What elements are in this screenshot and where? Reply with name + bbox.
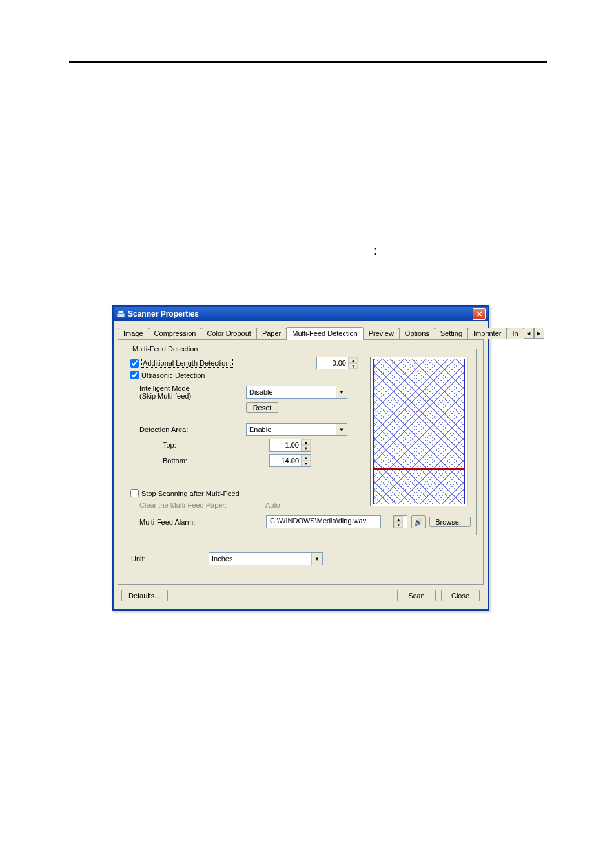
ultrasonic-checkbox-input[interactable] [130, 371, 139, 379]
close-button[interactable]: Close [441, 590, 480, 601]
bottom-label: Bottom: [130, 457, 269, 464]
play-alarm-button[interactable]: 🔊 [411, 515, 426, 528]
detection-preview [370, 357, 468, 506]
arrow-left-icon: ◄ [526, 330, 531, 337]
defaults-button[interactable]: Defaults... [121, 590, 168, 601]
tab-multi-feed-detection[interactable]: Multi-Feed Detection [286, 327, 364, 340]
additional-length-checkbox-input[interactable] [130, 359, 139, 368]
spin-up[interactable]: ▲ [302, 455, 311, 461]
spin-down[interactable]: ▼ [349, 363, 358, 369]
chevron-up-icon: ▲ [304, 441, 308, 444]
bottom-spin[interactable]: ▲ ▼ [269, 454, 311, 467]
stop-scanning-checkbox-input[interactable] [130, 489, 139, 497]
tabs-scroll-left[interactable]: ◄ [524, 328, 534, 339]
arrow-right-icon: ► [536, 330, 542, 337]
tabs-scroll-right[interactable]: ► [534, 328, 544, 339]
tab-bar: Image Compression Color Dropout Paper Mu… [114, 321, 488, 339]
chevron-down-icon: ▼ [351, 364, 355, 368]
dropdown-icon[interactable]: ▼ [311, 553, 322, 565]
stop-scanning-label: Stop Scanning after Multi-Feed [141, 490, 240, 497]
spin-down[interactable]: ▼ [394, 522, 403, 528]
horizontal-rule [69, 61, 547, 63]
chevron-down-icon: ▼ [304, 462, 308, 466]
bottom-value[interactable] [270, 455, 301, 466]
svg-rect-1 [118, 311, 123, 313]
tab-color-dropout[interactable]: Color Dropout [201, 328, 256, 339]
tab-overflow[interactable]: In [506, 328, 524, 339]
chevron-up-icon: ▲ [304, 456, 308, 460]
svg-rect-0 [117, 313, 125, 317]
alarm-spin[interactable]: ▲ ▼ [393, 515, 407, 528]
groupbox-legend: Multi-Feed Detection [130, 345, 200, 353]
window-close-button[interactable]: ✕ [473, 308, 486, 320]
detection-area-value[interactable] [247, 424, 336, 435]
dropdown-icon[interactable]: ▼ [336, 386, 347, 398]
ultrasonic-checkbox[interactable]: Ultrasonic Detection [130, 371, 205, 379]
spin-down[interactable]: ▼ [302, 445, 311, 451]
additional-length-spin[interactable]: ▲ ▼ [316, 357, 358, 369]
top-label: Top: [130, 441, 269, 449]
app-icon [116, 309, 125, 318]
chevron-up-icon: ▲ [351, 359, 355, 362]
chevron-down-icon: ▼ [396, 523, 400, 527]
alarm-path-textbox[interactable] [266, 515, 381, 528]
spin-up[interactable]: ▲ [302, 439, 311, 445]
unit-combo[interactable]: ▼ [209, 552, 323, 565]
intelligent-mode-combo[interactable]: ▼ [246, 386, 347, 399]
close-icon: ✕ [477, 310, 482, 318]
scan-button[interactable]: Scan [397, 590, 436, 601]
spin-down[interactable]: ▼ [302, 461, 311, 466]
additional-length-value[interactable] [317, 357, 348, 369]
unit-label: Unit: [125, 555, 209, 563]
detection-area-combo[interactable]: ▼ [246, 423, 347, 436]
top-value[interactable] [270, 439, 301, 451]
unit-value[interactable] [209, 553, 311, 565]
ultrasonic-label: Ultrasonic Detection [141, 371, 205, 379]
stop-scanning-checkbox[interactable]: Stop Scanning after Multi-Feed [130, 489, 240, 497]
tab-preview[interactable]: Preview [363, 328, 400, 339]
clear-paper-value: Auto [265, 501, 280, 509]
tab-paper[interactable]: Paper [256, 328, 287, 339]
speaker-icon: 🔊 [414, 518, 423, 526]
intelligent-mode-value[interactable] [247, 386, 336, 398]
tab-options[interactable]: Options [399, 328, 435, 339]
tab-image[interactable]: Image [118, 328, 149, 339]
tab-panel-multi-feed: Multi-Feed Detection Additional Length D… [118, 339, 484, 585]
browse-button[interactable]: Browse... [429, 517, 471, 527]
additional-length-label: Additional Length Detection: [141, 359, 233, 368]
titlebar: Scanner Properties ✕ [114, 307, 488, 321]
preview-hatch-area [373, 359, 465, 504]
tab-compression[interactable]: Compression [149, 328, 202, 339]
chevron-up-icon: ▲ [396, 517, 400, 521]
additional-length-checkbox[interactable]: Additional Length Detection: [130, 359, 233, 368]
scanner-properties-window: Scanner Properties ✕ Image Compression C… [112, 305, 489, 611]
chevron-down-icon: ▼ [304, 446, 308, 450]
window-title: Scanner Properties [128, 309, 473, 318]
multi-feed-groupbox: Multi-Feed Detection Additional Length D… [125, 345, 477, 535]
alarm-path-value[interactable] [269, 516, 381, 525]
top-spin[interactable]: ▲ ▼ [269, 439, 311, 452]
dropdown-icon[interactable]: ▼ [336, 424, 347, 435]
spin-up[interactable]: ▲ [394, 516, 403, 522]
multi-feed-alarm-label: Multi-Feed Alarm: [130, 518, 262, 526]
tab-setting[interactable]: Setting [435, 328, 468, 339]
reset-button[interactable]: Reset [246, 402, 278, 413]
clear-paper-label: Clear the Multi-Feed Paper: [130, 501, 265, 509]
tab-imprinter[interactable]: Imprinter [467, 328, 507, 339]
spin-up[interactable]: ▲ [349, 357, 358, 363]
preview-redline [373, 468, 465, 470]
dialog-footer: Defaults... Scan Close [114, 590, 488, 609]
colon-glyph: : [373, 244, 377, 258]
detection-area-label: Detection Area: [130, 426, 246, 433]
intelligent-mode-label: Intelligent Mode (Skip Multi-feed): [130, 384, 246, 400]
